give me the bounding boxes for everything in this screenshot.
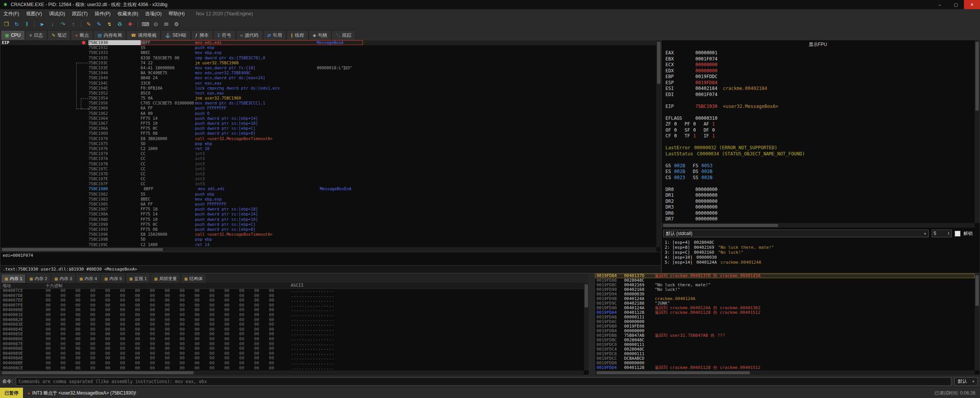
stack-arg-row[interactable]: 3: [esp+C]00402160"No luck!" [665,250,973,255]
lightning-button-icon[interactable]: ↯ [105,20,114,29]
dump-row[interactable]: 0040088E00 00 00 00 00 00 00 00 00 00 00… [0,346,584,351]
recycle-button-icon[interactable]: ♻ [115,20,125,29]
disasm-row[interactable]: 75BC19838BECmov ebp,esp [0,197,656,202]
command-profile-select[interactable]: 默认 ▾ [954,377,978,386]
dump-row[interactable]: 004007CE00 00 00 00 00 00 00 00 00 00 00… [0,289,584,294]
calling-convention-select[interactable]: 默认 (stdcall) ▾ [663,230,929,237]
disasm-row[interactable]: 75BC193E64:A1 18000000mov eax,dword ptr … [0,65,656,70]
stack-row[interactable]: 0019FDD400401128返回到 crackme.00401128 自 c… [595,365,975,370]
run-button-icon[interactable]: ► [38,20,47,29]
args-depth-stepper[interactable]: 5 ▲▼ [932,230,952,237]
close-button[interactable]: ✕ [964,0,980,9]
stack-row[interactable]: 0019FDB875B847AB返回到 user32.75B847AB 自 ??… [595,333,975,338]
menu-item[interactable]: 跟踪(T) [69,9,91,18]
disasm-row[interactable]: 75BC1996E8 15020000call <user32.MessageB… [0,232,656,237]
tab-threads[interactable]: ∥线程 [287,30,308,40]
stack-row[interactable]: 0019FDC800000111 [595,352,975,356]
disasm-row[interactable]: 75BC1976C2 1000ret 10 [0,146,656,151]
disasm-row[interactable]: 75BC197BCCint3 [0,161,656,166]
register-row[interactable]: EDX00000000 [665,68,973,74]
command-input[interactable] [16,377,951,386]
disasm-row[interactable]: 75BC196AFF75 0Cpush dword ptr ss:[ebp+C] [0,126,656,131]
register-row[interactable]: CS0023SS002B [665,175,973,181]
dump-tab-struct[interactable]: ▦结构体 [181,274,206,283]
disasm-row[interactable]: 75BC19606A FFpush FFFFFFFF [0,106,656,111]
tab-script[interactable]: ƒ脚本 [191,30,213,40]
register-row[interactable]: ESP0019FD84 [665,80,973,86]
menu-item[interactable]: 调试(D) [46,9,69,18]
stack-row[interactable]: 0019FDBC0028048C [595,338,975,343]
dump-row[interactable]: 0040083E00 00 00 00 00 00 00 00 00 00 00… [0,322,584,327]
menu-item[interactable]: 收藏夹(B) [114,9,142,18]
disasm-row[interactable]: 75BC194EF0:0FB10Alock cmpxchg dword ptr … [0,86,656,91]
stack-row[interactable]: 0019FDD000000000 [595,361,975,365]
register-row[interactable]: LastError00000032 (ERROR_NOT_SUPPORTED) [665,145,973,151]
stack-row[interactable]: 0019FD980040124Acrackme.0040124A [595,297,975,301]
disasm-row[interactable]: 75BC199B5Dpop ebp [0,237,656,242]
stack-row[interactable]: 0019FDC000000111 [595,343,975,347]
disasm-row[interactable]: 75BC193C74 22je user32.75BC1960 [0,60,656,65]
minimize-button[interactable]: – [932,0,948,9]
stack-row[interactable]: 0019FD9C00402188"JUNK" [595,301,975,306]
tab-references[interactable]: ⇄引用 [263,30,286,40]
tab-call-stack[interactable]: ☎调用堆栈 [126,30,161,40]
disassembly-vertical-scrollbar[interactable] [656,40,661,247]
disasm-row[interactable]: 75BC1970E8 3B020000call <user32.MessageB… [0,136,656,141]
stack-row[interactable]: 0019FD9400000030 [595,292,975,297]
step-into-button-icon[interactable]: ↓ [48,20,57,29]
registers-horizontal-scrollbar[interactable] [662,223,975,228]
register-row[interactable]: DR200000000 [665,199,973,205]
disasm-row[interactable]: 75BC19755Dpop ebp [0,141,656,146]
breakpoint-dot[interactable] [82,41,85,44]
register-row[interactable]: EAX00000001 [665,50,973,56]
unlock-checkbox[interactable] [955,231,960,237]
dump-row[interactable]: 004008CE00 00 00 00 00 00 00 00 00 00 00… [0,366,584,371]
dump-tab-memory-2[interactable]: ▦内存 2 [26,274,51,283]
pause-button-icon[interactable]: ‖ [22,20,32,29]
stack-row[interactable]: 0019FD8C00402169"No luck there, mate!" [595,283,975,287]
menu-item[interactable]: 文件(F) [0,9,23,18]
stack-row[interactable]: 0019FDB400000000 [595,329,975,333]
menu-item[interactable]: 选项(O) [142,9,165,18]
disasm-row[interactable]: 75BC195285C0test eax,eax [0,91,656,96]
stack-row[interactable]: 0019FD880028048C [595,278,975,283]
disasm-row[interactable]: 75BC1944BA 9C40BE75mov edx,user32.75BE40… [0,70,656,75]
search-button-icon[interactable]: ⊙ [151,20,161,29]
tab-trace[interactable]: ⋱跟踪 [332,30,356,40]
disasm-row[interactable]: 75BC1956C705 CC3CBE75 01000000mov dword … [0,101,656,106]
dump-tab-memory-3[interactable]: ▦内存 3 [51,274,75,283]
disassembly-horizontal-scrollbar[interactable] [0,247,656,252]
disasm-row[interactable]: 75BC198AFF75 14push dword ptr ss:[ebp+14… [0,212,656,217]
register-row[interactable]: CF0TF1IF1 [665,133,973,139]
menu-item[interactable]: 插件(P) [91,9,114,18]
disasm-row[interactable]: 75BC19808BFFmov edi,ediMessageBoxExA [0,186,656,191]
tab-handles[interactable]: ◈句柄 [309,30,331,40]
register-row[interactable]: ECX00000000 [665,62,973,68]
stack-arg-row[interactable]: 5: [esp+14]0040124Acrackme.0040124A [665,260,973,265]
tab-notes[interactable]: ✎笔记 [48,30,70,40]
disasm-row[interactable]: 75BC199CC2 1400ret 14 [0,242,656,247]
tab-seh[interactable]: ⚓SEH链 [161,30,190,40]
disasm-row[interactable]: 75BC197FCCint3 [0,181,656,186]
menu-item[interactable]: 帮助(H) [165,9,188,18]
stack-arg-row[interactable]: 4: [esp+10]00000030 [665,255,973,260]
patch-plus-button-icon[interactable]: ✚ [125,20,135,29]
register-row[interactable]: ES002BDS002B [665,169,973,175]
patch-pencil-button-icon[interactable]: ✎ [94,20,104,29]
stack-row[interactable]: 0019FDAC00000000 [595,320,975,324]
disasm-row[interactable]: 75BC197ECCint3 [0,176,656,181]
stack-vertical-scrollbar[interactable] [975,274,980,370]
disasm-row[interactable]: 75BC196DFF75 08push dword ptr ss:[ebp+8] [0,131,656,136]
stack-row[interactable]: 0019FD9000402160"No luck!" [595,287,975,292]
register-row[interactable]: LastStatusC0000034 (STATUS_OBJECT_NAME_N… [665,151,973,157]
disasm-row[interactable]: 75BC198255push ebp [0,192,656,197]
menu-item[interactable]: 视图(V) [23,9,46,18]
tab-symbols[interactable]: Σ符号 [213,30,236,40]
dump-vertical-scrollbar[interactable] [584,283,589,370]
tab-log[interactable]: ≡日志 [25,30,47,40]
register-row[interactable]: ESI00402184crackme.00402184 [665,86,973,92]
disasm-row[interactable]: 75BC19498B48 24mov ecx,dword ptr ds:[eax… [0,75,656,80]
annotate-pencil-button-icon[interactable]: ✎ [84,20,93,29]
dump-stack-splitter[interactable] [589,273,595,375]
register-row[interactable]: EFLAGS00000310 [665,116,973,122]
